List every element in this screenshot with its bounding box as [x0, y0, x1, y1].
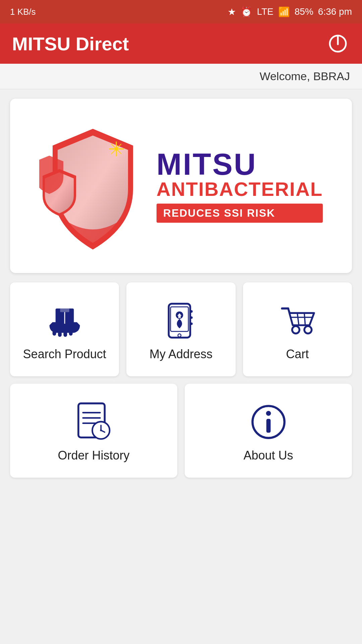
svg-rect-8 — [58, 331, 62, 337]
svg-point-19 — [190, 310, 192, 313]
order-history-label: Order History — [58, 448, 129, 463]
svg-point-37 — [100, 429, 102, 431]
svg-rect-18 — [178, 316, 181, 318]
my-address-card[interactable]: My Address — [126, 282, 235, 376]
svg-rect-9 — [63, 331, 67, 337]
bluetooth-icon: ★ — [228, 6, 236, 17]
svg-rect-10 — [69, 331, 72, 336]
time: 6:36 pm — [318, 6, 352, 17]
power-button[interactable] — [326, 32, 350, 56]
search-product-icon — [45, 302, 85, 339]
alarm-icon: ⏰ — [241, 6, 252, 17]
about-us-icon — [248, 404, 289, 440]
svg-point-27 — [292, 326, 300, 333]
brand-tagline: REDUCES SSI RISK — [157, 204, 323, 223]
menu-row-2: Order History About Us — [10, 384, 352, 478]
svg-rect-40 — [266, 419, 270, 433]
welcome-text: Welcome, BBRAJ — [259, 70, 350, 83]
welcome-bar: Welcome, BBRAJ — [0, 64, 362, 89]
about-us-label: About Us — [243, 448, 293, 463]
svg-point-22 — [178, 334, 181, 337]
my-address-label: My Address — [149, 347, 213, 361]
power-icon — [328, 34, 348, 54]
search-product-label: Search Product — [23, 347, 106, 361]
app-bar: MITSU Direct — [0, 23, 362, 64]
svg-point-6 — [115, 147, 118, 151]
brand-name: MITSU — [157, 149, 323, 179]
svg-point-28 — [304, 326, 312, 333]
svg-point-20 — [190, 316, 192, 319]
battery-level: 85% — [295, 6, 313, 17]
order-history-card[interactable]: Order History — [10, 384, 177, 478]
svg-rect-12 — [60, 309, 69, 312]
svg-line-26 — [304, 313, 305, 325]
logo-card: MITSU ANTIBACTERIAL REDUCES SSI RISK — [10, 99, 352, 273]
search-product-card[interactable]: Search Product — [10, 282, 119, 376]
my-address-icon — [161, 302, 201, 339]
wifi-icon: 📶 — [278, 6, 290, 17]
about-us-card[interactable]: About Us — [185, 384, 352, 478]
svg-point-39 — [266, 411, 271, 416]
brand-shield — [39, 122, 146, 250]
cart-label: Cart — [286, 347, 309, 361]
svg-point-21 — [190, 323, 192, 325]
cart-icon — [277, 302, 317, 339]
lte-icon: LTE — [257, 6, 274, 17]
menu-row-1: Search Product My Address — [10, 282, 352, 376]
cart-card[interactable]: Cart — [243, 282, 352, 376]
network-speed: 1 KB/s — [10, 7, 36, 17]
app-title: MITSU Direct — [12, 33, 129, 55]
svg-line-25 — [297, 313, 299, 325]
status-right: ★ ⏰ LTE 📶 85% 6:36 pm — [228, 6, 352, 17]
logo-inner: MITSU ANTIBACTERIAL REDUCES SSI RISK — [39, 122, 323, 250]
svg-rect-7 — [52, 331, 56, 336]
status-bar: 1 KB/s ★ ⏰ LTE 📶 85% 6:36 pm — [0, 0, 362, 23]
order-history-icon — [74, 404, 114, 440]
brand-sub: ANTIBACTERIAL — [157, 179, 323, 199]
brand-text: MITSU ANTIBACTERIAL REDUCES SSI RISK — [157, 149, 323, 223]
